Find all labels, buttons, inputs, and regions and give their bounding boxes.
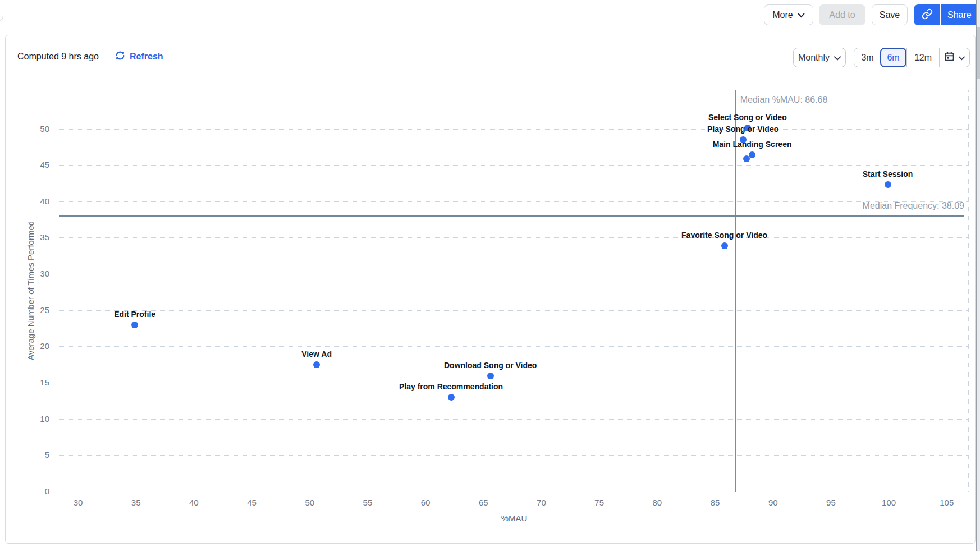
- y-tick-label: 35: [20, 232, 49, 242]
- scatter-point[interactable]: [487, 373, 494, 379]
- point-label: Edit Profile: [51, 310, 219, 319]
- gridline-horizontal: [59, 455, 969, 456]
- scatter-chart: Select Song or VideoPlay Song or VideoMa…: [6, 35, 975, 543]
- y-tick-label: 10: [20, 414, 49, 424]
- gridline-horizontal: [59, 346, 969, 347]
- gridline-horizontal: [59, 492, 969, 492]
- gridline-horizontal: [59, 237, 969, 238]
- share-button[interactable]: Share: [941, 4, 980, 25]
- point-label: Play from Recommendation: [367, 382, 535, 391]
- save-button-label: Save: [880, 10, 900, 20]
- x-axis-title: %MAU: [436, 513, 593, 523]
- median-frequency-line: [59, 215, 964, 217]
- median-mau-label: Median %MAU: 86.68: [740, 95, 828, 105]
- gridline-horizontal: [59, 274, 969, 274]
- x-tick-label: 45: [235, 498, 269, 507]
- y-tick-label: 50: [20, 124, 49, 134]
- gridline-vertical-right: [968, 90, 969, 492]
- scatter-point[interactable]: [313, 361, 320, 368]
- x-tick-label: 75: [583, 498, 616, 507]
- y-tick-label: 45: [20, 160, 49, 169]
- x-tick-label: 50: [293, 498, 327, 507]
- add-to-button-label: Add to: [829, 10, 855, 20]
- x-tick-label: 55: [351, 498, 384, 507]
- x-tick-label: 40: [177, 498, 210, 507]
- y-tick-label: 20: [20, 341, 49, 351]
- y-tick-label: 15: [20, 378, 49, 387]
- x-tick-label: 95: [814, 498, 848, 507]
- gridline-horizontal: [59, 165, 969, 166]
- x-tick-label: 30: [61, 498, 95, 507]
- gridline-horizontal: [59, 129, 969, 130]
- y-tick-label: 30: [20, 269, 49, 278]
- scrollbar-track[interactable]: [976, 0, 980, 551]
- point-label: Download Song or Video: [406, 361, 575, 370]
- gridline-horizontal: [59, 310, 969, 311]
- save-button[interactable]: Save: [872, 4, 908, 25]
- x-tick-label: 100: [872, 498, 906, 507]
- y-tick-label: 5: [20, 450, 49, 460]
- scatter-point[interactable]: [740, 136, 747, 143]
- more-button[interactable]: More: [764, 4, 813, 25]
- point-label: Select Song or Video: [663, 113, 832, 122]
- median-frequency-label: Median Frequency: 38.09: [59, 201, 964, 211]
- x-tick-label: 85: [698, 498, 732, 507]
- gridline-horizontal: [59, 419, 969, 420]
- range-6m-button[interactable]: 6m: [880, 48, 906, 67]
- gridline-horizontal: [59, 383, 969, 383]
- left-panel-corner-fragment: [0, 0, 3, 21]
- point-label: Main Landing Screen: [668, 140, 836, 149]
- scrollbar-thumb[interactable]: [977, 27, 980, 79]
- scatter-point[interactable]: [131, 322, 138, 328]
- page: More Add to Save Share Computed 9 hrs ag…: [0, 0, 980, 551]
- scatter-point[interactable]: [721, 242, 728, 249]
- scatter-point[interactable]: [885, 181, 891, 188]
- chart-card: Computed 9 hrs ago Refresh Monthly 3m 6m…: [5, 35, 976, 544]
- copy-link-button[interactable]: [914, 4, 940, 25]
- plot-area: Select Song or VideoPlay Song or VideoMa…: [59, 90, 969, 492]
- add-to-button[interactable]: Add to: [819, 4, 865, 25]
- link-icon: [922, 8, 933, 22]
- point-label: Start Session: [804, 169, 972, 178]
- scatter-point[interactable]: [448, 394, 455, 401]
- y-tick-label: 40: [20, 196, 49, 206]
- x-tick-label: 60: [409, 498, 442, 507]
- point-label: View Ad: [232, 350, 401, 359]
- share-button-label: Share: [947, 10, 972, 20]
- y-tick-label: 25: [20, 305, 49, 315]
- x-tick-label: 90: [756, 498, 790, 507]
- more-button-label: More: [772, 10, 793, 20]
- x-tick-label: 65: [466, 498, 500, 507]
- y-tick-label: 0: [20, 486, 49, 496]
- chevron-down-icon: [798, 10, 805, 20]
- median-mau-line: [735, 90, 736, 492]
- x-tick-label: 35: [119, 498, 153, 507]
- x-tick-label: 105: [930, 498, 964, 507]
- x-tick-label: 80: [640, 498, 674, 507]
- scatter-point[interactable]: [744, 125, 751, 131]
- scatter-point[interactable]: [743, 155, 750, 162]
- scatter-point[interactable]: [749, 151, 755, 158]
- x-tick-label: 70: [524, 498, 558, 507]
